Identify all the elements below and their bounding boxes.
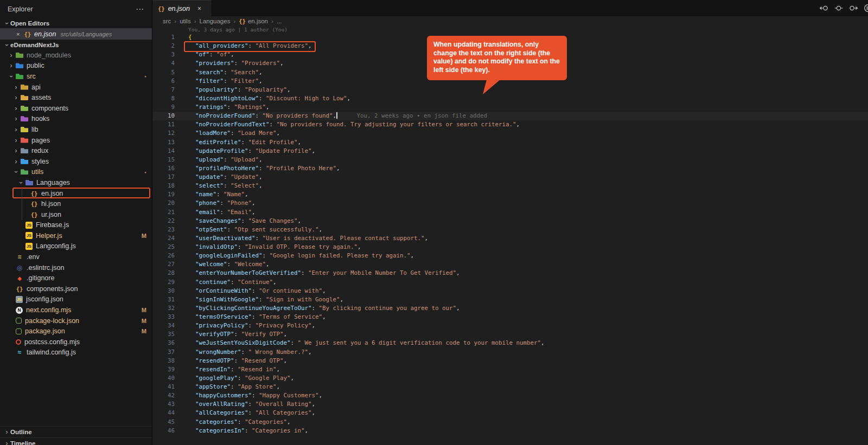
tree-item-utils[interactable]: ›utils●	[0, 167, 152, 178]
editor-overflow-icon[interactable]	[864, 4, 868, 12]
code-line[interactable]: 10 "noProviderFound": "No providers foun…	[152, 112, 868, 120]
json-key: "all_providers"	[195, 42, 248, 49]
tree-item-firebase-js[interactable]: JSFirebase.js	[0, 220, 152, 231]
tree-item-components-json[interactable]: {}components.json	[0, 283, 152, 294]
code-text: "privacyPolicy": "Privacy Policy",	[188, 321, 315, 330]
tree-item-postcss-config-mjs[interactable]: postcss.config.mjs	[0, 337, 152, 347]
line-number: 6	[152, 77, 175, 86]
explorer-sidebar: Explorer ⋯ › Open Editors × {} en.json s…	[0, 0, 152, 445]
code-line[interactable]: 43 "overAllRating": "Overall Rating",	[152, 400, 868, 409]
tree-item-en-json[interactable]: {}en.json	[0, 188, 152, 199]
code-line[interactable]: 25 "invalidOtp": "Invalid OTP. Please tr…	[152, 243, 868, 251]
code-line[interactable]: 14 "updateProfile": "Update Profile",	[152, 147, 868, 156]
code-line[interactable]: 27 "welcome": "Welcome",	[152, 260, 868, 269]
code-line[interactable]: 45 "categories": "Categories",	[152, 418, 868, 427]
code-line[interactable]: 18 "select": "Select",	[152, 182, 868, 190]
code-line[interactable]: 19 "name": "Name",	[152, 190, 868, 199]
code-line[interactable]: 28 "enterYourNumberToGetVerified": "Ente…	[152, 269, 868, 278]
code-line[interactable]: 36 "weJustSentYouSixDigitCode": " We jus…	[152, 339, 868, 347]
breadcrumb-item-languages[interactable]: Languages	[199, 18, 230, 24]
code-area[interactable]: 1{2 "all_providers": "All Providers",3 "…	[152, 33, 868, 435]
code-line[interactable]: 29 "continue": "Continue",	[152, 278, 868, 287]
tab-en-json[interactable]: {} en.json ×	[152, 0, 212, 16]
code-line[interactable]: 32 "byClickingContinueYouAgreeToOur": "B…	[152, 304, 868, 313]
code-line[interactable]: 11 "noProviderFoundText": "No providers …	[152, 120, 868, 129]
tree-item-next-config-mjs[interactable]: Nnext.config.mjsM	[0, 305, 152, 315]
breadcrumb-item--[interactable]: ...	[277, 18, 282, 24]
code-line[interactable]: 35 "verifyOTP": "Verify OTP",	[152, 330, 868, 339]
outline-section-header[interactable]: › Outline	[0, 426, 152, 437]
tree-item-components[interactable]: ›components	[0, 103, 152, 114]
json-key: "verifyOTP"	[195, 331, 234, 338]
tree-item-langconfig-js[interactable]: JSLangconfig.js	[0, 241, 152, 252]
tree-item-label: components.json	[27, 285, 78, 293]
tree-item-lib[interactable]: ›lib	[0, 124, 152, 135]
tree-item-hooks[interactable]: ›hooks	[0, 114, 152, 125]
code-line[interactable]: 40 "googlePlay": "Google Play",	[152, 374, 868, 383]
code-line[interactable]: 12 "loadMore": "Load More",	[152, 129, 868, 138]
code-line[interactable]: 37 "wrongNumber": " Wrong Number.?",	[152, 348, 868, 357]
open-changes-icon[interactable]	[834, 4, 843, 12]
tree-item-assets[interactable]: ›assets	[0, 92, 152, 103]
tree-item-ur-json[interactable]: {}ur.json	[0, 209, 152, 220]
code-line[interactable]: 15 "upload": "Upload",	[152, 156, 868, 164]
code-line[interactable]: 20 "phone": "Phone",	[152, 199, 868, 208]
code-line[interactable]: 23 "otpSent": "Otp sent successfully.",	[152, 225, 868, 234]
code-line[interactable]: 42 "happyCustomers": "Happy Customers",	[152, 391, 868, 400]
tree-item-languages[interactable]: ›Languages	[0, 177, 152, 188]
tree-item-helper-js[interactable]: JSHelper.jsM	[0, 230, 152, 241]
json-key: "name"	[195, 191, 216, 198]
code-line[interactable]: 41 "appStore": "App Store",	[152, 383, 868, 391]
code-line[interactable]: 7 "popularity": "Popularity",	[152, 86, 868, 94]
close-icon[interactable]: ×	[197, 5, 201, 12]
outline-label: Outline	[10, 429, 32, 435]
tree-item--gitignore[interactable]: ◆.gitignore	[0, 273, 152, 283]
tree-item-api[interactable]: ›api	[0, 82, 152, 93]
timeline-section-header[interactable]: › Timeline	[0, 437, 152, 445]
code-line[interactable]: 34 "privacyPolicy": "Privacy Policy",	[152, 321, 868, 330]
previous-change-icon[interactable]	[820, 4, 828, 12]
code-line[interactable]: 30 "orContinueWith": "Or continue with",	[152, 287, 868, 295]
tree-item-hi-json[interactable]: {}hi.json	[0, 198, 152, 209]
code-line[interactable]: 21 "email": "Email",	[152, 208, 868, 217]
json-key: "upload"	[195, 156, 224, 163]
tree-item-node-modules[interactable]: ›node_modules	[0, 50, 152, 61]
tree-item-styles[interactable]: ›styles	[0, 156, 152, 167]
tree-item-public[interactable]: ›public	[0, 61, 152, 72]
code-line[interactable]: 33 "termsOfService": "Terms of Service",	[152, 313, 868, 321]
code-line[interactable]: 38 "resendOTP": "Resend OTP",	[152, 357, 868, 365]
code-line[interactable]: 46 "categoriesIn": "Categories in",	[152, 427, 868, 435]
code-line[interactable]: 31 "signInWithGoogle": "Sign in with Goo…	[152, 295, 868, 304]
code-line[interactable]: 24 "userDeactivated": "User is deactivat…	[152, 234, 868, 243]
line-number: 45	[152, 418, 175, 427]
code-line[interactable]: 26 "googleLoginFailed": "Google login fa…	[152, 251, 868, 260]
line-number: 39	[152, 365, 175, 374]
tree-item-tailwind-config-js[interactable]: ≈tailwind.config.js	[0, 347, 152, 358]
tree-item-redux[interactable]: ›redux	[0, 145, 152, 156]
tree-item-package-lock-json[interactable]: package-lock.jsonM	[0, 315, 152, 326]
code-line[interactable]: 9 "ratings": "Ratings",	[152, 103, 868, 112]
tree-item--eslintrc-json[interactable]: ◎.eslintrc.json	[0, 262, 152, 273]
tree-item-pages[interactable]: ›pages	[0, 135, 152, 146]
tree-item-package-json[interactable]: package.jsonM	[0, 326, 152, 337]
code-line[interactable]: 39 "resendIn": "Resend in",	[152, 365, 868, 374]
more-actions-icon[interactable]: ⋯	[136, 4, 144, 14]
code-line[interactable]: 8 "dicountHightoLow": "Discount: High to…	[152, 94, 868, 103]
tree-item--env[interactable]: ≡.env	[0, 251, 152, 262]
code-line[interactable]: 44 "allCategories": "All Categories",	[152, 409, 868, 417]
close-icon[interactable]: ×	[16, 31, 20, 37]
open-editors-section-header[interactable]: › Open Editors	[0, 18, 152, 28]
open-editor-item-en-json[interactable]: × {} en.json src/utils/Languages	[0, 28, 152, 40]
tree-item-jsconfig-json[interactable]: JSjsconfig.json	[0, 294, 152, 305]
breadcrumb-item-en-json[interactable]: {}en.json	[239, 18, 268, 24]
json-key: "filter"	[195, 78, 224, 85]
breadcrumb-item-src[interactable]: src	[163, 18, 171, 24]
next-change-icon[interactable]	[849, 4, 858, 12]
tree-item-src[interactable]: ›src●	[0, 71, 152, 82]
code-line[interactable]: 22 "saveChanges": "Save Changes",	[152, 217, 868, 225]
code-line[interactable]: 17 "update": "Update",	[152, 173, 868, 182]
code-line[interactable]: 16 "profilePhotoHere": "Profile Photo He…	[152, 164, 868, 173]
project-root-header[interactable]: › eDemandNextJs	[0, 40, 152, 50]
code-line[interactable]: 13 "editProfile": "Edit Profile",	[152, 138, 868, 147]
breadcrumb-item-utils[interactable]: utils	[180, 18, 190, 24]
